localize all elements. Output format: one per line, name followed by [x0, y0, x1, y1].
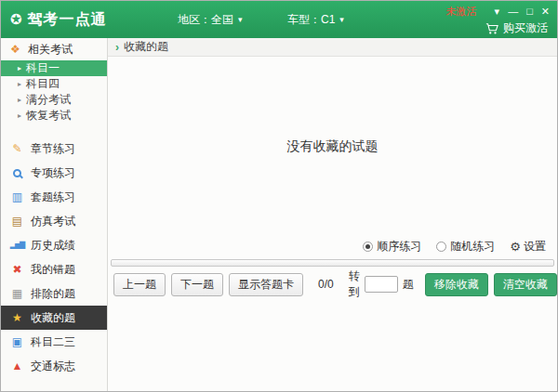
- sidebar-item-traffic-signs[interactable]: ▲ 交通标志: [1, 354, 107, 378]
- goto-prefix-label: 转到: [349, 268, 360, 300]
- arrow-right-icon: ▸: [18, 96, 21, 104]
- gear-icon: ⚙: [510, 240, 521, 254]
- app-window: ✪ 驾考一点通 地区：全国 ▾ 车型：C1 ▾ 未激活 ▾ — □ ✕ 购买激活…: [0, 0, 558, 392]
- arrow-right-icon: ▸: [18, 80, 21, 88]
- cartype-selector[interactable]: 车型：C1 ▾: [287, 1, 344, 38]
- cart-icon: [485, 22, 498, 35]
- sidebar-item-label: 满分考试: [26, 92, 71, 108]
- sidebar-item-wrong-questions[interactable]: ✖ 我的错题: [1, 257, 107, 281]
- titlebar: ✪ 驾考一点通 地区：全国 ▾ 车型：C1 ▾ 未激活 ▾ — □ ✕ 购买激活: [1, 1, 557, 38]
- sidebar-item-label: 仿真考试: [31, 214, 75, 229]
- excluded-list-icon: ▦: [10, 288, 24, 299]
- sidebar-item-fullscore-exam[interactable]: ▸ 满分考试: [1, 92, 107, 108]
- radio-unchecked-icon: [436, 242, 446, 252]
- buy-activation-label: 购买激活: [503, 20, 548, 36]
- magnifier-icon: [10, 169, 24, 177]
- sidebar-item-recovery-exam[interactable]: ▸ 恢复考试: [1, 108, 107, 124]
- arrow-right-icon: ▸: [18, 111, 21, 120]
- sidebar-item-history-scores[interactable]: ▂▅▇ 历史成绩: [1, 233, 107, 257]
- settings-label: 设置: [524, 239, 546, 255]
- bottom-toolbar: 上一题 下一题 显示答题卡 0/0 转到 题 移除收藏 清空收藏 本题解析: [108, 270, 557, 298]
- maximize-icon[interactable]: □: [526, 7, 533, 17]
- sidebar-item-label: 专项练习: [31, 165, 75, 181]
- activation-badge[interactable]: 未激活: [446, 5, 477, 19]
- sidebar-item-subject4[interactable]: ▸ 科目四: [1, 76, 107, 92]
- sidebar: ❖ 相关考试 ▸ 科目一 ▸ 科目四 ▸ 满分考试 ▸ 恢复考试 ✎: [1, 38, 108, 391]
- sidebar-item-label: 恢复考试: [26, 108, 71, 124]
- sequential-practice-radio[interactable]: 顺序练习: [363, 239, 421, 255]
- app-logo: ✪ 驾考一点通: [10, 1, 107, 38]
- sidebar-item-label: 章节练习: [31, 141, 75, 157]
- chevron-down-icon: ▾: [238, 15, 243, 24]
- breadcrumb: › 收藏的题: [108, 38, 557, 57]
- random-practice-radio[interactable]: 随机练习: [436, 239, 495, 255]
- sidebar-item-label: 排除的题: [31, 286, 75, 302]
- sidebar-item-special-practice[interactable]: 专项练习: [1, 161, 107, 185]
- pencil-icon: ✎: [10, 143, 24, 154]
- sidebar-item-simulation-exam[interactable]: ▤ 仿真考试: [1, 209, 107, 233]
- arrow-right-icon: ▸: [18, 64, 21, 72]
- traffic-sign-icon: ▲: [10, 360, 24, 372]
- cross-icon: ✖: [10, 264, 24, 275]
- sidebar-item-set-practice[interactable]: ▥ 套题练习: [1, 185, 107, 209]
- app-body: ❖ 相关考试 ▸ 科目一 ▸ 科目四 ▸ 满分考试 ▸ 恢复考试 ✎: [1, 38, 557, 391]
- star-icon: ★: [10, 312, 24, 323]
- sidebar-group-related-exams[interactable]: ❖ 相关考试: [1, 38, 107, 60]
- sidebar-item-label: 收藏的题: [31, 310, 75, 326]
- main-panel: › 收藏的题 没有收藏的试题 顺序练习 随机练习 ⚙ 设置: [108, 38, 557, 391]
- sidebar-item-label: 交通标志: [31, 359, 75, 374]
- cartype-label: 车型：C1: [287, 12, 335, 28]
- close-icon[interactable]: ✕: [541, 7, 550, 17]
- sidebar-item-excluded-questions[interactable]: ▦ 排除的题: [1, 281, 107, 306]
- goto-suffix-label: 题: [403, 277, 414, 293]
- practice-mode-row: 顺序练习 随机练习 ⚙ 设置: [108, 236, 557, 256]
- clear-favorites-button[interactable]: 清空收藏: [494, 273, 557, 296]
- related-exams-icon: ❖: [8, 44, 22, 55]
- logo-icon: ✪: [10, 11, 22, 28]
- random-practice-label: 随机练习: [450, 239, 495, 255]
- subjects-icon: ▣: [10, 336, 24, 347]
- sidebar-item-chapter-practice[interactable]: ✎ 章节练习: [1, 137, 107, 161]
- sidebar-item-label: 科目四: [26, 76, 60, 92]
- buy-activation-button[interactable]: 购买激活: [485, 20, 548, 36]
- goto-question-group: 转到 题: [349, 268, 414, 300]
- chevron-down-icon: ▾: [339, 15, 344, 24]
- question-counter: 0/0: [318, 278, 334, 291]
- exam-paper-icon: ▤: [10, 216, 24, 227]
- goto-question-input[interactable]: [365, 276, 398, 293]
- bottom-filler: [108, 298, 557, 391]
- show-answer-card-button[interactable]: 显示答题卡: [229, 273, 303, 296]
- sidebar-group-label: 相关考试: [28, 42, 73, 58]
- sidebar-divider: [1, 124, 107, 137]
- sidebar-item-subject1[interactable]: ▸ 科目一: [1, 60, 107, 76]
- sequential-practice-label: 顺序练习: [377, 239, 421, 255]
- minimize-icon[interactable]: —: [508, 7, 518, 17]
- breadcrumb-arrow-icon: ›: [115, 41, 119, 54]
- sidebar-item-label: 历史成绩: [31, 238, 75, 254]
- sidebar-item-label: 套题练习: [31, 189, 75, 205]
- region-label: 地区：全国: [178, 12, 233, 28]
- sidebar-item-label: 科目二三: [31, 334, 75, 350]
- region-selector[interactable]: 地区：全国 ▾: [178, 1, 243, 38]
- app-title: 驾考一点通: [28, 10, 107, 30]
- radio-checked-icon: [363, 242, 373, 252]
- remove-favorite-button[interactable]: 移除收藏: [425, 273, 488, 296]
- question-area: 没有收藏的试题: [108, 57, 557, 236]
- sidebar-item-favorite-questions[interactable]: ★ 收藏的题: [1, 306, 107, 330]
- menu-icon[interactable]: ▾: [495, 7, 500, 17]
- breadcrumb-label: 收藏的题: [124, 39, 168, 55]
- settings-button[interactable]: ⚙ 设置: [510, 239, 546, 255]
- sidebar-item-subjects-2-3[interactable]: ▣ 科目二三: [1, 330, 107, 354]
- sidebar-item-label: 我的错题: [31, 262, 75, 278]
- titlebar-right: 未激活 ▾ — □ ✕: [446, 5, 550, 19]
- chart-icon: ▥: [10, 191, 24, 203]
- next-question-button[interactable]: 下一题: [171, 273, 223, 296]
- bar-chart-icon: ▂▅▇: [10, 242, 24, 249]
- sidebar-item-label: 科目一: [26, 60, 60, 76]
- progress-bar: [111, 259, 554, 267]
- previous-question-button[interactable]: 上一题: [113, 273, 166, 296]
- empty-message: 没有收藏的试题: [287, 138, 379, 155]
